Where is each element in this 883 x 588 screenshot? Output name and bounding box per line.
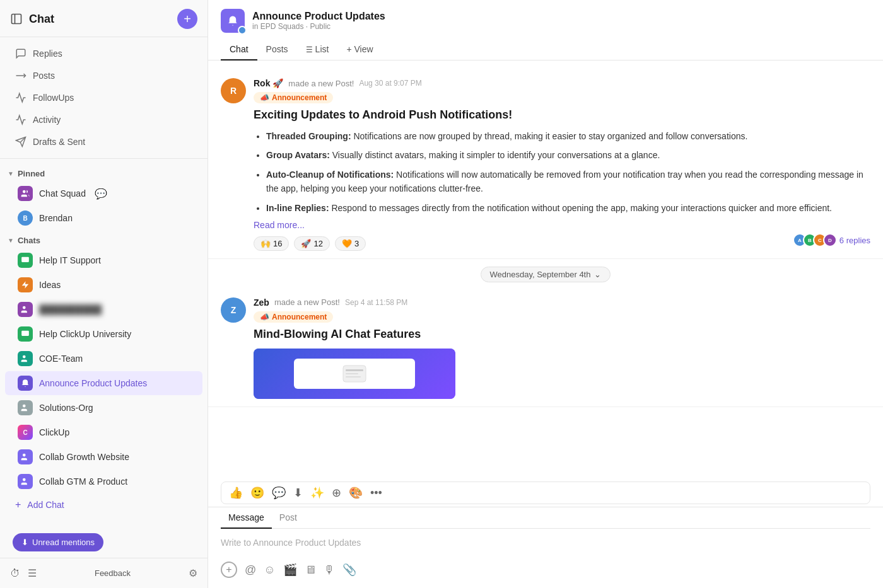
- ideas-label: Ideas: [39, 280, 61, 290]
- nav-item-drafts[interactable]: Drafts & Sent: [5, 131, 202, 153]
- brendan-avatar: B: [18, 210, 33, 226]
- channel-name-area: Announce Product Updates in EPD Squads ·…: [252, 11, 385, 31]
- toolbar-sparkle-icon[interactable]: ✨: [310, 486, 324, 500]
- tab-chat[interactable]: Chat: [221, 39, 257, 61]
- nav-item-followups[interactable]: FollowUps: [5, 87, 202, 108]
- input-mic-icon[interactable]: 🎙: [324, 563, 335, 577]
- sidebar-item-blurred[interactable]: ██████████: [5, 297, 202, 321]
- sidebar-item-help-clickup[interactable]: Help ClickUp University: [5, 322, 202, 346]
- toolbar-target-icon[interactable]: ⊕: [332, 486, 341, 500]
- add-chat-item[interactable]: + Add Chat: [5, 494, 202, 516]
- collab-growth-label: Collab Growth Website: [39, 452, 129, 462]
- settings-gear-icon[interactable]: ⚙: [189, 567, 197, 579]
- sidebar-item-clickup[interactable]: C ClickUp: [5, 420, 202, 444]
- input-screen-icon[interactable]: 🖥: [305, 563, 316, 577]
- sidebar-item-announce-updates[interactable]: Announce Product Updates: [5, 371, 202, 395]
- input-attach-icon[interactable]: 📎: [342, 563, 356, 577]
- msg1-replies-info[interactable]: A B C D 6 replies: [793, 233, 870, 247]
- tab-list[interactable]: ☰List: [297, 39, 338, 61]
- footer-icons-group: ⏱ ☰: [10, 567, 37, 579]
- message-block-2: Z Zeb made a new Post! Sep 4 at 11:58 PM…: [208, 290, 883, 407]
- channel-icon-large: [221, 9, 245, 33]
- sidebar-item-help-it[interactable]: Help IT Support: [5, 248, 202, 272]
- chat-squad-bubble-icon: 💬: [95, 188, 107, 200]
- svg-rect-10: [21, 331, 29, 336]
- message-input-placeholder[interactable]: Write to Announce Product Updates: [221, 534, 870, 556]
- date-pill[interactable]: Wednesday, September 4th ⌄: [481, 267, 611, 282]
- msg1-body-item-4: In-line Replies: Respond to messages dir…: [266, 201, 870, 215]
- toolbar-emoji-icon[interactable]: 🙂: [250, 486, 264, 500]
- msg-tab-post[interactable]: Post: [272, 507, 305, 529]
- add-chat-button[interactable]: +: [177, 9, 197, 29]
- tab-posts[interactable]: Posts: [257, 39, 297, 61]
- input-mention-icon[interactable]: @: [245, 563, 256, 577]
- footer-list-icon[interactable]: ☰: [28, 567, 37, 579]
- read-more-link[interactable]: Read more...: [254, 220, 870, 230]
- unread-mentions-button[interactable]: ⬇ Unread mentions: [13, 533, 103, 551]
- nav-item-replies[interactable]: Replies: [5, 43, 202, 64]
- input-placeholder-text: Write to Announce Product Updates: [221, 538, 361, 548]
- sidebar-item-collab-gtm[interactable]: Collab GTM & Product: [5, 470, 202, 493]
- message-block-1: R Rok 🚀 made a new Post! Aug 30 at 9:07 …: [208, 71, 883, 259]
- input-add-button[interactable]: +: [221, 562, 237, 578]
- toolbar-comment-icon[interactable]: 💬: [272, 486, 286, 500]
- msg2-author: Zeb: [254, 297, 269, 308]
- sidebar-item-solutions-org[interactable]: Solutions-Org: [5, 396, 202, 420]
- chats-section-header[interactable]: ▼ Chats: [0, 231, 208, 248]
- toolbar-download-icon[interactable]: ⬇: [293, 486, 303, 500]
- posts-icon: [15, 70, 26, 81]
- nav-item-posts[interactable]: Posts: [5, 65, 202, 86]
- msg1-post-body: Threaded Grouping: Notifications are now…: [254, 129, 870, 215]
- input-gif-icon[interactable]: 🎬: [283, 563, 297, 577]
- tab-view[interactable]: + View: [337, 39, 382, 61]
- blurred-label: ██████████: [39, 304, 102, 314]
- msg1-body-item-2: Group Avatars: Visually distinct avatars…: [266, 148, 870, 162]
- reaction-heart-count: 3: [354, 239, 359, 248]
- input-emoji-icon[interactable]: ☺: [264, 563, 275, 577]
- reaction-clap[interactable]: 🙌 16: [254, 236, 289, 251]
- clickup-label: ClickUp: [39, 427, 69, 437]
- toolbar-palette-icon[interactable]: 🎨: [349, 486, 363, 500]
- msg2-avatar: Z: [221, 297, 246, 323]
- main-tabs: Chat Posts ☰List + View: [221, 39, 870, 60]
- msg2-post-title: Mind-Blowing AI Chat Features: [254, 328, 870, 341]
- sidebar-toggle-icon[interactable]: [10, 13, 23, 25]
- reaction-rocket[interactable]: 🚀 12: [294, 236, 329, 251]
- clickup-icon-text: C: [23, 429, 27, 436]
- sidebar-item-coe-team[interactable]: COE-Team: [5, 347, 202, 371]
- message-input-tabs: Message Post: [221, 507, 870, 529]
- feedback-button[interactable]: Feedback: [90, 566, 136, 580]
- nav-followups-label: FollowUps: [33, 93, 74, 103]
- item3-bold: Auto-Cleanup of Notifications:: [266, 170, 394, 180]
- channel-meta: in EPD Squads · Public: [252, 22, 385, 31]
- add-chat-icon: +: [15, 499, 21, 510]
- coe-team-avatar: [18, 351, 33, 366]
- item4-text: Respond to messages directly from the no…: [329, 203, 832, 213]
- sidebar-item-brendan[interactable]: B Brendan: [5, 206, 202, 230]
- help-it-label: Help IT Support: [39, 255, 101, 265]
- sidebar-item-ideas[interactable]: Ideas: [5, 273, 202, 297]
- chat-squad-avatar: [18, 186, 33, 201]
- pinned-section-header[interactable]: ▼ Pinned: [0, 164, 208, 181]
- pinned-chevron: ▼: [8, 170, 14, 177]
- help-clickup-avatar: [18, 326, 33, 342]
- msg1-action: made a new Post!: [288, 79, 354, 88]
- msg1-avatar: R: [221, 78, 246, 103]
- messages-area: R Rok 🚀 made a new Post! Aug 30 at 9:07 …: [208, 61, 883, 481]
- msg-tab-message[interactable]: Message: [221, 507, 272, 529]
- sidebar-nav: Replies Posts FollowUps Activity Drafts …: [0, 37, 208, 159]
- coe-team-label: COE-Team: [39, 354, 83, 364]
- item4-bold: In-line Replies:: [266, 203, 329, 213]
- channel-icon-badge: [238, 26, 247, 35]
- reaction-rocket-emoji: 🚀: [301, 239, 311, 248]
- toolbar-more-icon[interactable]: •••: [370, 487, 382, 500]
- sidebar-item-chat-squad[interactable]: Chat Squad 💬: [5, 182, 202, 205]
- nav-posts-label: Posts: [33, 71, 55, 81]
- item1-bold: Threaded Grouping:: [266, 131, 351, 141]
- nav-item-activity[interactable]: Activity: [5, 109, 202, 130]
- footer-clock-icon[interactable]: ⏱: [10, 568, 20, 579]
- sidebar-item-collab-growth[interactable]: Collab Growth Website: [5, 445, 202, 469]
- brendan-label: Brendan: [39, 213, 73, 223]
- toolbar-thumbsup-icon[interactable]: 👍: [229, 486, 243, 500]
- reaction-heart[interactable]: 🧡 3: [335, 236, 366, 251]
